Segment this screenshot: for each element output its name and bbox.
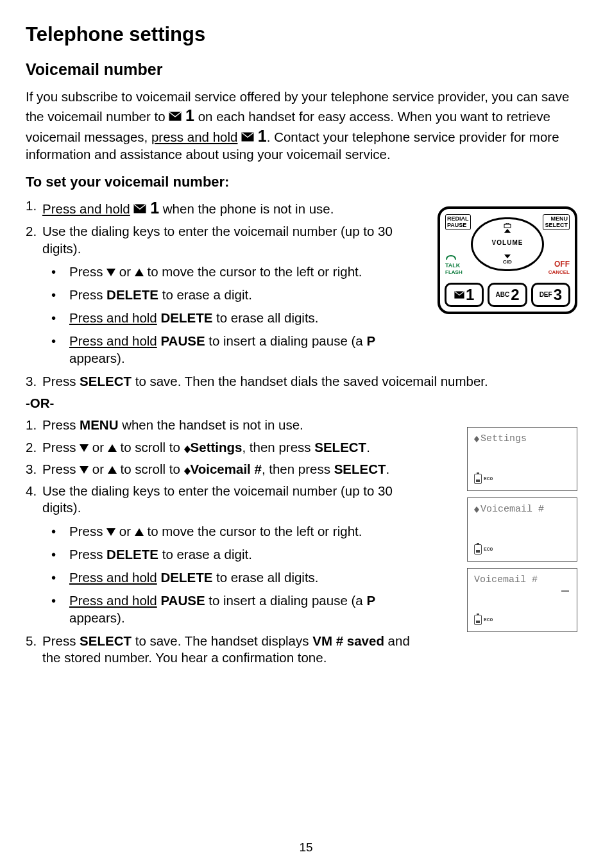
list-item: 3. Press or to scroll to Voicemail #, th… — [26, 461, 449, 478]
cancel-text: CANCEL — [548, 269, 570, 275]
bullet-text: Press — [69, 547, 106, 562]
up-arrow-icon — [108, 444, 117, 452]
updown-icon — [184, 446, 191, 453]
svg-marker-16 — [504, 229, 511, 233]
bullet-text: or — [119, 264, 135, 279]
lcd-text: Voicemail # — [474, 574, 538, 585]
bullet-text: Press — [69, 264, 106, 279]
svg-marker-10 — [108, 466, 117, 474]
lcd-settings: Settings ECO — [467, 427, 577, 491]
up-arrow-icon — [135, 269, 144, 276]
up-arrow-icon — [504, 229, 511, 233]
bullet-text: or — [119, 524, 135, 538]
lcd-voicemail-entry: Voicemail # ECO — [467, 568, 577, 632]
step-text: when the phone is not in use. — [163, 201, 334, 216]
step-number: 5. — [26, 633, 37, 649]
bullet-item: Press and hold PAUSE to insert a dialing… — [42, 592, 414, 626]
up-arrow-icon — [135, 528, 144, 536]
svg-marker-11 — [184, 467, 191, 471]
bullet-text: to move the cursor to the left or right. — [147, 264, 362, 279]
bullet-text: Press — [69, 524, 106, 538]
key-digit: 3 — [554, 285, 562, 305]
select-text: SELECT — [545, 222, 568, 228]
set-heading: To set your voicemail number: — [26, 173, 586, 191]
page-title: Telephone settings — [26, 22, 586, 47]
talk-flash-label: TALK FLASH — [445, 255, 463, 275]
down-arrow-icon — [80, 466, 89, 474]
envelope-icon — [133, 204, 146, 213]
delete-key: DELETE — [160, 310, 212, 325]
lcd-line: Settings — [474, 433, 570, 445]
step-text: Use the dialing keys to enter the voicem… — [42, 224, 393, 255]
updown-icon — [474, 506, 480, 513]
voicemail-label: Voicemail # — [191, 462, 262, 476]
menu-key: MENU — [80, 417, 118, 432]
delete-key: DELETE — [106, 547, 158, 562]
step-number: 2. — [26, 223, 37, 240]
key-2: ABC 2 — [488, 283, 527, 307]
step-text: Press — [42, 633, 80, 648]
step-number: 3. — [26, 461, 37, 478]
envelope-icon — [454, 291, 464, 299]
lcd-line: Voicemail # — [474, 503, 570, 515]
key-1: 1 — [185, 106, 194, 124]
vm-saved: VM # saved — [312, 633, 384, 648]
nav-oval: VOLUME CID — [471, 217, 544, 271]
press-and-hold: Press and hold — [69, 593, 157, 608]
pause-key: PAUSE — [160, 333, 205, 348]
up-arrow-icon — [108, 466, 117, 474]
bullet-item: Press and hold DELETE to erase all digit… — [42, 310, 414, 326]
step-text: Press — [42, 462, 80, 476]
handset-icon — [445, 255, 457, 261]
svg-rect-15 — [504, 224, 511, 228]
menu-text: MENU — [545, 215, 568, 222]
cid-text: CID — [503, 259, 512, 265]
settings-label: Settings — [191, 440, 242, 455]
bullet-text: to move the cursor to the left or right. — [147, 524, 362, 538]
talk-text: TALK — [445, 262, 463, 269]
delete-key: DELETE — [106, 287, 158, 302]
down-arrow-icon — [106, 528, 115, 536]
eco-indicator: ECO — [474, 615, 493, 625]
flash-text: FLASH — [445, 269, 463, 275]
svg-marker-12 — [184, 471, 191, 475]
press-and-hold: Press and hold — [42, 201, 130, 216]
press-and-hold: press and hold — [151, 129, 237, 144]
step-text: to scroll to — [120, 462, 183, 476]
bullet-text: appears). — [69, 610, 125, 625]
envelope-open-icon — [504, 223, 511, 228]
list-item: 3. Press SELECT to save. Then the handse… — [26, 373, 545, 390]
step-text: when the handset is not in use. — [118, 417, 303, 432]
key-letters: DEF — [540, 291, 552, 299]
svg-marker-5 — [80, 444, 89, 452]
bullet-text: to erase a digit. — [158, 547, 252, 562]
battery-icon — [474, 474, 482, 484]
off-cancel-label: OFF CANCEL — [548, 260, 570, 275]
list-item: 2. Use the dialing keys to enter the voi… — [26, 223, 417, 367]
intro-paragraph: If you subscribe to voicemail service of… — [26, 88, 577, 163]
step-text: to save. The handset displays — [132, 633, 312, 648]
list-item: 2. Press or to scroll to Settings, then … — [26, 439, 449, 456]
step-text: , then press — [262, 462, 334, 476]
select-key: SELECT — [80, 633, 132, 648]
keypad-row: 1 ABC 2 DEF 3 — [443, 283, 572, 308]
lcd-text: Settings — [480, 433, 527, 444]
step-text: or — [92, 440, 108, 455]
lcd-line: Voicemail # — [474, 574, 570, 586]
pause-key: PAUSE — [160, 593, 205, 608]
step-text: Press — [42, 417, 80, 432]
select-key: SELECT — [334, 462, 386, 476]
svg-marker-21 — [474, 506, 479, 510]
lcd-previews: Settings ECO Voicemail # ECO Voicemail #… — [467, 427, 577, 638]
keypad-frame: REDIAL PAUSE MENU SELECT TALK FLASH OFF … — [438, 206, 577, 314]
bullet-text: to insert a dialing pause (a — [205, 593, 367, 608]
updown-icon — [184, 467, 191, 475]
key-3: DEF 3 — [531, 283, 570, 307]
envelope-icon — [241, 132, 254, 142]
key-1: 1 — [258, 127, 267, 145]
battery-icon — [474, 544, 482, 555]
bullet-item: Press and hold DELETE to erase all digit… — [42, 569, 414, 586]
step-number: 1. — [26, 417, 37, 433]
menu-select-label: MENU SELECT — [543, 214, 570, 230]
select-key: SELECT — [314, 440, 366, 455]
